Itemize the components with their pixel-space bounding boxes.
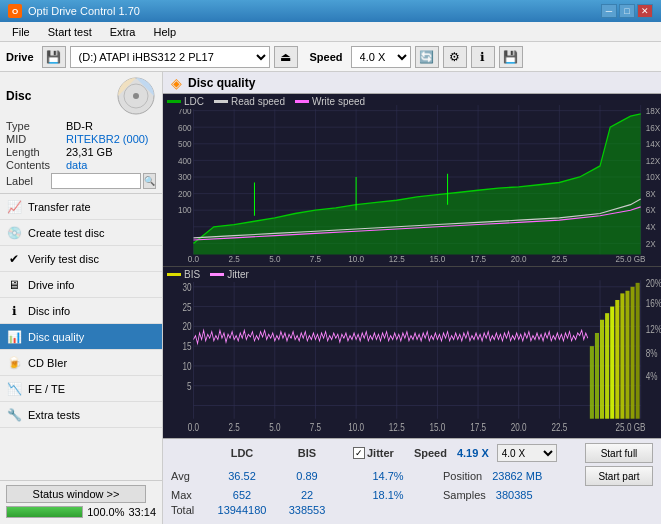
drive-info-icon: 🖥 (6, 277, 22, 293)
disc-mid-key: MID (6, 133, 66, 145)
refresh-button[interactable]: 🔄 (415, 46, 439, 68)
drive-select[interactable]: (D:) ATAPI iHBS312 2 PL17 (70, 46, 270, 68)
svg-text:2X: 2X (646, 238, 656, 248)
samples-label: Samples (443, 489, 486, 501)
legend-jitter: Jitter (210, 269, 249, 280)
svg-text:8X: 8X (646, 189, 656, 199)
disc-length-key: Length (6, 146, 66, 158)
menu-start-test[interactable]: Start test (40, 24, 100, 40)
sidebar-item-fe-te[interactable]: 📉 FE / TE (0, 376, 162, 402)
jitter-max: 18.1% (353, 489, 423, 501)
bis-avg: 0.89 (277, 470, 337, 482)
svg-text:15.0: 15.0 (430, 420, 446, 432)
svg-text:0.0: 0.0 (188, 420, 199, 432)
disc-label-input[interactable] (51, 173, 141, 189)
quality-title: Disc quality (188, 76, 255, 90)
disc-info-icon: ℹ (6, 303, 22, 319)
sidebar-item-transfer-rate[interactable]: 📈 Transfer rate (0, 194, 162, 220)
svg-text:8%: 8% (646, 346, 658, 358)
sidebar-item-create-test-disc[interactable]: 💿 Create test disc (0, 220, 162, 246)
position-val: 23862 MB (492, 470, 542, 482)
start-part-button[interactable]: Start part (585, 466, 653, 486)
svg-text:15: 15 (182, 340, 191, 352)
stats-jitter-header: Jitter (367, 447, 394, 459)
sidebar-item-drive-info[interactable]: 🖥 Drive info (0, 272, 162, 298)
disc-type-key: Type (6, 120, 66, 132)
quality-header: ◈ Disc quality (163, 72, 661, 94)
title-bar: O Opti Drive Control 1.70 ─ □ ✕ (0, 0, 661, 22)
legend-write-speed: Write speed (295, 96, 365, 107)
menu-file[interactable]: File (4, 24, 38, 40)
menu-help[interactable]: Help (145, 24, 184, 40)
stats-speed-header: Speed (414, 447, 447, 459)
status-bar: Status window >> 100.0% 33:14 (0, 480, 162, 524)
svg-text:25.0 GB: 25.0 GB (616, 420, 646, 432)
svg-rect-102 (610, 306, 614, 418)
legend-read-speed: Read speed (214, 96, 285, 107)
nav-items: 📈 Transfer rate 💿 Create test disc ✔ Ver… (0, 194, 162, 480)
bottom-chart: 30 25 20 15 10 5 20% 16% 12% 8% 4% 0.0 2… (163, 267, 661, 439)
progress-bar-outer (6, 506, 83, 518)
create-test-disc-icon: 💿 (6, 225, 22, 241)
samples-val: 380385 (496, 489, 533, 501)
disc-label-button[interactable]: 🔍 (143, 173, 156, 189)
svg-text:7.5: 7.5 (310, 420, 321, 432)
svg-rect-106 (631, 286, 635, 418)
sidebar-item-cd-bier[interactable]: 🍺 CD BIer (0, 350, 162, 376)
ldc-total: 13944180 (207, 504, 277, 516)
svg-text:10.0: 10.0 (348, 254, 364, 264)
svg-text:5.0: 5.0 (269, 420, 280, 432)
speed-dropdown[interactable]: 4.0 X (497, 444, 557, 462)
svg-text:22.5: 22.5 (551, 254, 567, 264)
menu-extra[interactable]: Extra (102, 24, 144, 40)
transfer-rate-icon: 📈 (6, 199, 22, 215)
minimize-button[interactable]: ─ (601, 4, 617, 18)
disc-panel: Disc Type BD-R MID RITEKBR2 (000) Le (0, 72, 162, 194)
disc-mid-val: RITEKBR2 (000) (66, 133, 156, 145)
fe-te-icon: 📉 (6, 381, 22, 397)
svg-text:4%: 4% (646, 370, 658, 382)
svg-text:200: 200 (178, 189, 192, 199)
start-full-button[interactable]: Start full (585, 443, 653, 463)
app-title: Opti Drive Control 1.70 (28, 5, 140, 17)
stats-bis-header: BIS (277, 447, 337, 459)
jitter-checkbox[interactable]: ✓ (353, 447, 365, 459)
save-button[interactable]: 💾 (499, 46, 523, 68)
svg-text:16%: 16% (646, 296, 661, 308)
svg-rect-56 (163, 267, 661, 439)
svg-text:10X: 10X (646, 172, 661, 182)
svg-text:12.5: 12.5 (389, 254, 405, 264)
info-button[interactable]: ℹ (471, 46, 495, 68)
disc-svg-icon (116, 76, 156, 116)
sidebar-item-label-drive-info: Drive info (28, 279, 74, 291)
sidebar-item-label-extra-tests: Extra tests (28, 409, 80, 421)
speed-select[interactable]: 4.0 X (351, 46, 411, 68)
disc-contents-val: data (66, 159, 156, 171)
svg-text:16X: 16X (646, 122, 661, 132)
cd-bier-icon: 🍺 (6, 355, 22, 371)
svg-text:20: 20 (182, 320, 191, 332)
status-window-button[interactable]: Status window >> (6, 485, 146, 503)
sidebar-item-verify-test-disc[interactable]: ✔ Verify test disc (0, 246, 162, 272)
app-icon: O (8, 4, 22, 18)
svg-text:18X: 18X (646, 106, 661, 116)
svg-text:14X: 14X (646, 139, 661, 149)
svg-text:20.0: 20.0 (511, 420, 527, 432)
quality-panel: ◈ Disc quality LDC Read speed (163, 72, 661, 524)
drive-icon-btn[interactable]: 💾 (42, 46, 66, 68)
quality-icon: ◈ (171, 75, 182, 91)
maximize-button[interactable]: □ (619, 4, 635, 18)
sidebar-item-disc-quality[interactable]: 📊 Disc quality (0, 324, 162, 350)
settings-button[interactable]: ⚙ (443, 46, 467, 68)
stats-ldc-header: LDC (207, 447, 277, 459)
sidebar-item-extra-tests[interactable]: 🔧 Extra tests (0, 402, 162, 428)
svg-text:2.5: 2.5 (228, 254, 240, 264)
sidebar-item-disc-info[interactable]: ℹ Disc info (0, 298, 162, 324)
svg-text:10: 10 (182, 359, 191, 371)
svg-text:10.0: 10.0 (348, 420, 364, 432)
eject-button[interactable]: ⏏ (274, 46, 298, 68)
disc-quality-icon: 📊 (6, 329, 22, 345)
svg-text:300: 300 (178, 172, 192, 182)
sidebar-item-label-cd-bier: CD BIer (28, 357, 67, 369)
close-button[interactable]: ✕ (637, 4, 653, 18)
